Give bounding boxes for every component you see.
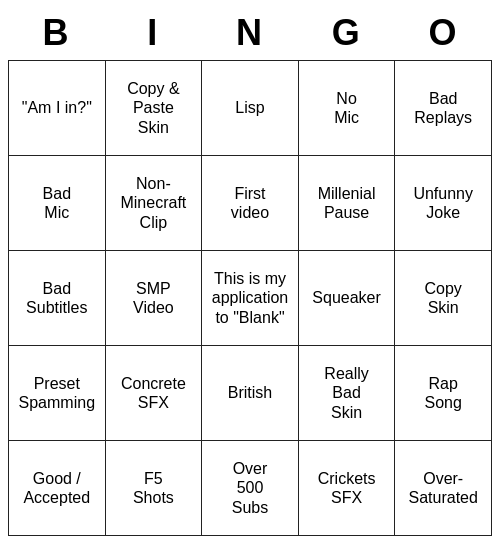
letter-g: G [298, 12, 395, 54]
letter-i: I [105, 12, 202, 54]
letter-b: B [8, 12, 105, 54]
cell-4-2: Over500Subs [202, 441, 299, 536]
cell-3-0: PresetSpamming [9, 346, 106, 441]
bingo-title: B I N G O [8, 8, 492, 60]
cell-3-4: RapSong [395, 346, 492, 441]
cell-4-4: Over-Saturated [395, 441, 492, 536]
cell-3-1: ConcreteSFX [105, 346, 202, 441]
cell-0-3: NoMic [298, 61, 395, 156]
cell-3-3: ReallyBadSkin [298, 346, 395, 441]
cell-2-2: This is myapplicationto "Blank" [202, 251, 299, 346]
cell-1-1: Non-MinecraftClip [105, 156, 202, 251]
cell-4-0: Good /Accepted [9, 441, 106, 536]
cell-1-0: BadMic [9, 156, 106, 251]
bingo-grid: "Am I in?"Copy &PasteSkinLispNoMicBadRep… [8, 60, 492, 536]
cell-0-0: "Am I in?" [9, 61, 106, 156]
cell-4-1: F5Shots [105, 441, 202, 536]
cell-1-2: Firstvideo [202, 156, 299, 251]
cell-2-3: Squeaker [298, 251, 395, 346]
letter-n: N [202, 12, 299, 54]
cell-3-2: British [202, 346, 299, 441]
cell-1-4: UnfunnyJoke [395, 156, 492, 251]
cell-2-1: SMPVideo [105, 251, 202, 346]
cell-1-3: MillenialPause [298, 156, 395, 251]
cell-2-4: CopySkin [395, 251, 492, 346]
letter-o: O [395, 12, 492, 54]
cell-0-4: BadReplays [395, 61, 492, 156]
cell-0-1: Copy &PasteSkin [105, 61, 202, 156]
cell-4-3: CricketsSFX [298, 441, 395, 536]
cell-0-2: Lisp [202, 61, 299, 156]
cell-2-0: BadSubtitles [9, 251, 106, 346]
